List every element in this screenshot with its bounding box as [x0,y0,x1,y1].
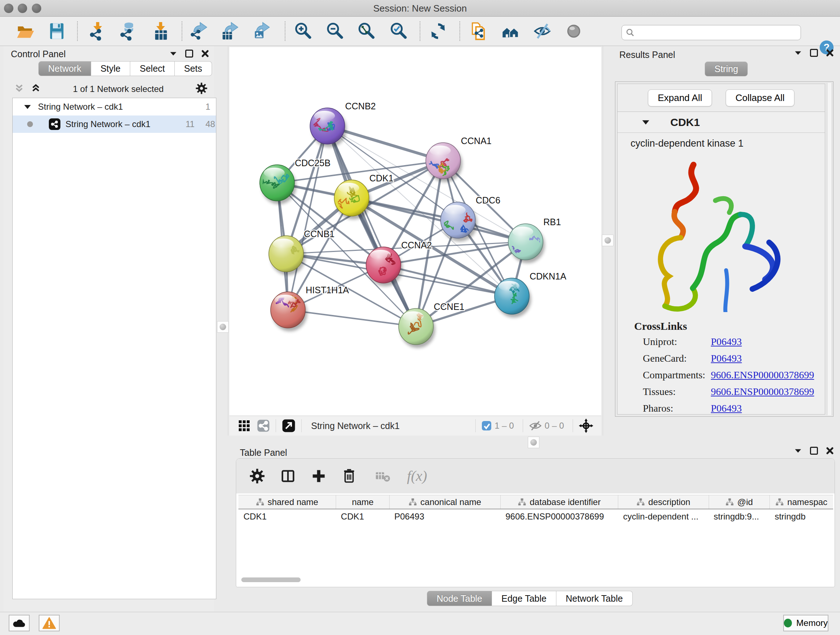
node-label-HIST1H1A: HIST1H1A [306,285,349,295]
panel-close-icon[interactable] [826,447,834,455]
export-table-button[interactable] [220,21,240,42]
results-scrollbar[interactable] [827,83,832,415]
network-selection-bar: 1 of 1 Network selected [9,81,211,97]
save-session-button[interactable] [47,21,67,42]
tab-network[interactable]: Network [38,61,91,76]
network-view[interactable]: CCNB2 CCNA1 CDC25B CDK1 CDC6 RB1 CCNB1 [229,47,601,416]
clone-network-button[interactable] [468,21,488,42]
column-header-namespac[interactable]: namespac [769,495,833,509]
panel-menu-icon[interactable] [794,50,802,56]
gene-header[interactable]: CDK1 [617,112,825,133]
control-panel-title: Control Panel [11,49,65,59]
import-network-from-database-button[interactable] [118,21,138,42]
crosslink-link[interactable]: 9606.ENSP00000378699 [711,386,814,397]
node-CDC6[interactable]: CDC6 [431,195,500,241]
node-label-CDKN1A: CDKN1A [530,271,567,281]
table-cell: cyclin-dependent ... [618,509,708,524]
column-header-@id[interactable]: @id [709,495,770,509]
panel-close-icon[interactable] [826,49,834,57]
gear-icon[interactable] [195,82,208,96]
bottom-splitter-handle[interactable] [528,437,539,448]
zoom-fit-button[interactable] [356,21,377,42]
crosslink-link[interactable]: P06493 [711,336,742,348]
delete-table-button[interactable] [374,469,391,483]
import-table-from-file-button[interactable] [150,21,171,42]
results-panel-controls [794,49,834,57]
tab-sets[interactable]: Sets [175,61,212,76]
grid-view-icon[interactable] [238,420,250,432]
add-column-button[interactable] [311,468,327,484]
table-row[interactable]: CDK1CDK1P064939606.ENSP00000378699cyclin… [238,509,833,524]
refresh-view-button[interactable] [428,21,448,42]
control-panel-controls [169,50,209,57]
left-splitter[interactable] [228,46,228,435]
fit-crosshair-icon[interactable] [579,418,593,433]
table-horizontal-scrollbar[interactable] [241,578,301,582]
collapse-arrow-icon[interactable] [641,119,650,125]
network-collection-row[interactable]: String Network – cdk1 1 [13,98,216,116]
zoom-out-button[interactable] [325,21,345,42]
tab-select[interactable]: Select [130,61,174,76]
expand-all-button[interactable]: Expand All [648,89,712,106]
column-header-database-identifier[interactable]: database identifier [500,495,618,509]
column-header-description[interactable]: description [618,495,708,509]
tab-style[interactable]: Style [91,61,131,76]
zoom-selected-button[interactable] [388,21,409,42]
cloud-status-button[interactable] [9,615,30,631]
first-neighbors-button[interactable] [500,21,521,42]
tab-network-table[interactable]: Network Table [556,591,633,606]
export-image-button[interactable] [252,21,272,42]
tab-string[interactable]: String [705,62,748,76]
panel-float-icon[interactable] [185,50,193,57]
search-box [622,25,801,40]
warning-button[interactable] [39,615,60,631]
column-header-name[interactable]: name [336,495,389,509]
tab-node-table[interactable]: Node Table [427,591,492,606]
table-settings-button[interactable] [249,468,265,484]
panel-menu-icon[interactable] [794,448,802,454]
crosslink-link[interactable]: P06493 [711,353,742,364]
crosslink-link[interactable]: 9606.ENSP00000378699 [711,369,814,381]
show-columns-button[interactable] [279,468,296,485]
node-label-CCNE1: CCNE1 [434,302,464,312]
import-network-from-database-icon [118,22,137,41]
import-network-from-file-button[interactable] [88,21,108,42]
delete-column-button[interactable] [341,468,357,484]
open-session-icon [16,22,35,41]
export-network-button[interactable] [189,21,210,42]
open-in-window-icon[interactable] [282,419,295,432]
collapse-arrow-icon[interactable] [24,104,32,110]
network-row[interactable]: String Network – cdk1 11 48 [13,116,216,133]
column-header-shared-name[interactable]: shared name [238,495,336,509]
crosslink-label: Tissues: [643,386,676,397]
node-CCNA1[interactable]: CCNA1 [422,136,492,185]
search-input[interactable] [635,26,801,39]
panel-float-icon[interactable] [810,49,818,57]
hide-selected-button[interactable] [532,21,553,42]
import-network-from-file-icon [88,22,107,41]
network-tree: String Network – cdk1 1 String Network –… [12,98,216,599]
panel-float-icon[interactable] [810,447,818,455]
left-splitter-handle[interactable] [217,321,229,333]
panel-menu-icon[interactable] [169,51,177,57]
expand-all-icon[interactable] [30,83,41,95]
show-all-button[interactable] [564,21,584,42]
hide-selected-icon [533,22,552,41]
node-CDKN1A[interactable]: CDKN1A [494,271,567,318]
crosslink-link[interactable]: P06493 [711,402,742,414]
open-session-button[interactable] [15,21,35,42]
memory-button[interactable]: Memory [783,615,829,631]
node-RB1[interactable]: RB1 [508,217,561,263]
collapse-all-icon[interactable] [14,83,25,95]
selected-checkbox-icon[interactable] [482,421,492,431]
tab-edge-table[interactable]: Edge Table [492,591,556,606]
collapse-all-button[interactable]: Collapse All [726,89,794,106]
zoom-in-button[interactable] [293,21,313,42]
panel-close-icon[interactable] [201,50,209,57]
node-HIST1H1A[interactable]: HIST1H1A [271,285,349,331]
right-splitter-handle[interactable] [602,234,614,246]
hidden-eye-icon[interactable] [529,420,542,431]
network-badge-icon[interactable] [257,419,270,432]
column-header-canonical-name[interactable]: canonical name [389,495,500,509]
function-builder-button[interactable]: f(x) [406,467,438,485]
